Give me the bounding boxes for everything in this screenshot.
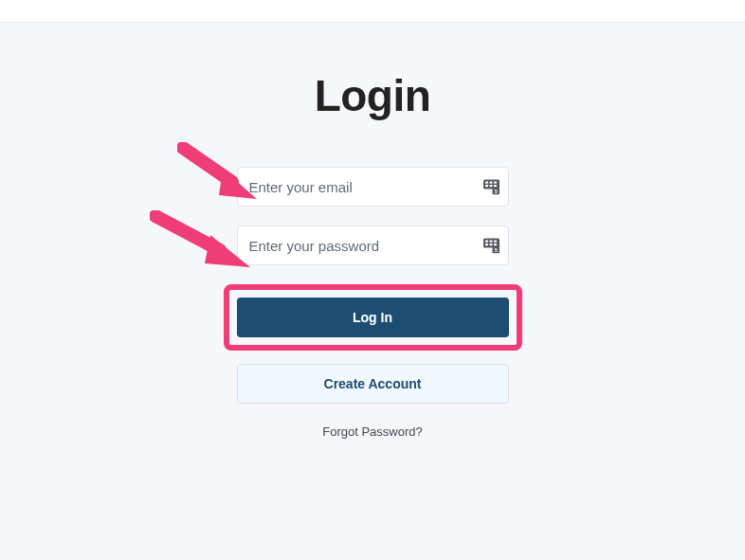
svg-rect-2 bbox=[485, 185, 488, 187]
svg-rect-10 bbox=[485, 241, 488, 243]
forgot-password-link[interactable]: Forgot Password? bbox=[322, 425, 423, 439]
svg-rect-3 bbox=[489, 182, 492, 184]
svg-rect-11 bbox=[485, 244, 488, 245]
email-field[interactable] bbox=[237, 167, 509, 207]
svg-rect-12 bbox=[489, 241, 492, 243]
svg-text:5: 5 bbox=[494, 247, 497, 253]
svg-rect-13 bbox=[489, 244, 492, 245]
create-account-button[interactable]: Create Account bbox=[237, 364, 509, 404]
svg-rect-15 bbox=[494, 244, 497, 245]
password-field-wrap: 5 bbox=[237, 226, 509, 265]
page-title: Login bbox=[315, 70, 431, 121]
top-bar bbox=[0, 0, 745, 23]
svg-rect-14 bbox=[494, 241, 497, 243]
password-manager-icon[interactable]: 5 bbox=[483, 179, 500, 195]
svg-rect-5 bbox=[494, 182, 497, 184]
svg-rect-6 bbox=[494, 185, 497, 187]
svg-rect-1 bbox=[485, 182, 488, 184]
password-field[interactable] bbox=[237, 226, 509, 265]
password-manager-icon[interactable]: 5 bbox=[483, 238, 500, 254]
login-page: Login 5 bbox=[0, 23, 745, 439]
svg-text:5: 5 bbox=[494, 189, 497, 194]
svg-rect-4 bbox=[489, 185, 492, 187]
email-field-wrap: 5 bbox=[237, 167, 509, 207]
login-button-highlight-annotation: Log In bbox=[224, 284, 522, 351]
login-button[interactable]: Log In bbox=[237, 298, 509, 337]
